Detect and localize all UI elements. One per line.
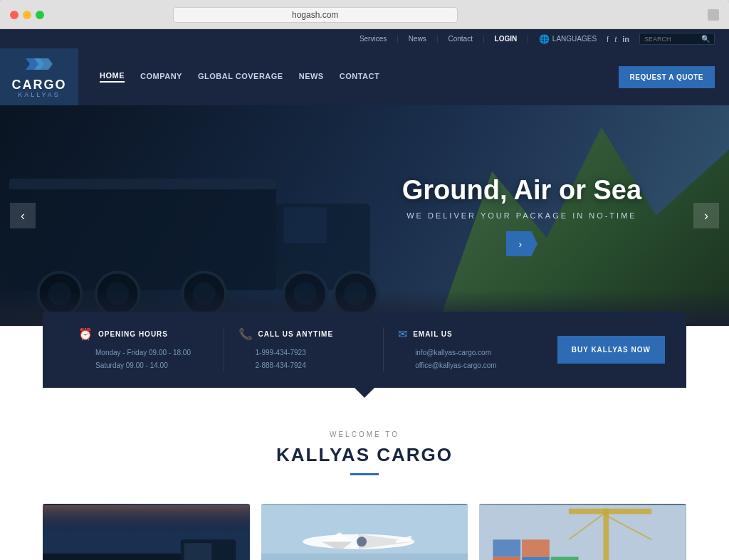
welcome-sub: WELCOME TO (14, 430, 715, 438)
clock-icon: ⏰ (78, 327, 93, 341)
svg-rect-46 (522, 557, 550, 560)
carousel-next-button[interactable]: › (693, 203, 719, 228)
nav-home[interactable]: HOME (100, 71, 125, 83)
search-input[interactable] (644, 36, 701, 43)
card-truck-image (43, 504, 250, 560)
close-button[interactable] (10, 11, 19, 19)
logo-icon (26, 56, 53, 75)
nav-global-coverage[interactable]: GLOBAL COVERAGE (198, 72, 283, 82)
utility-link-contact[interactable]: Contact (448, 35, 472, 43)
hero-section: Ground, Air or Sea WE DELIVER YOUR PACKA… (0, 105, 729, 326)
info-email: ✉ EMAIL US info@kallyas-cargo.com office… (384, 327, 543, 372)
nav-company[interactable]: COMPANY (140, 72, 182, 82)
svg-rect-24 (184, 543, 212, 560)
hero-arrow-button[interactable]: › (506, 231, 537, 257)
card-truck[interactable] (43, 504, 250, 560)
url-bar[interactable]: hogash.com (173, 7, 458, 23)
cards-section (0, 504, 729, 560)
info-email-line2: office@kallyas-cargo.com (398, 359, 529, 372)
card-crane-image (479, 504, 686, 560)
utility-login[interactable]: LOGIN (495, 35, 518, 43)
utility-bar: Services | News | Contact | LOGIN | 🌐 LA… (0, 29, 729, 48)
email-icon: ✉ (398, 327, 407, 341)
arrow-icon: › (519, 238, 523, 250)
utility-link-services[interactable]: Services (360, 35, 387, 43)
info-phone: 📞 CALL US ANYTIME 1-999-434-7923 2-888-4… (224, 327, 384, 372)
utility-languages[interactable]: 🌐 LANGUAGES (539, 34, 597, 44)
hero-content: Ground, Air or Sea WE DELIVER YOUR PACKA… (402, 175, 641, 257)
logo[interactable]: CARGO KALLYAS (0, 48, 78, 105)
buy-now-button[interactable]: BUY KALLYAS NOW (557, 336, 665, 364)
svg-rect-42 (569, 509, 651, 514)
info-hours: ⏰ OPENING HOURS Monday - Friday 09.00 - … (64, 327, 224, 372)
welcome-title: KALLYAS CARGO (14, 444, 715, 466)
svg-rect-5 (283, 207, 327, 243)
hero-title: Ground, Air or Sea (402, 175, 641, 206)
browser-chrome: hogash.com (0, 0, 729, 29)
facebook-icon[interactable]: f (607, 35, 609, 43)
svg-rect-48 (493, 539, 521, 556)
browser-action[interactable] (708, 9, 719, 21)
search-bar[interactable]: 🔍 (639, 33, 715, 45)
svg-rect-47 (551, 557, 579, 560)
globe-icon: 🌐 (539, 34, 550, 44)
card-crane[interactable] (479, 504, 686, 560)
svg-rect-3 (9, 178, 276, 189)
nav-news[interactable]: NEWS (299, 72, 324, 82)
main-header: CARGO KALLYAS HOME COMPANY GLOBAL COVERA… (0, 48, 729, 105)
svg-rect-45 (493, 557, 521, 560)
phone-icon: 📞 (238, 327, 253, 341)
search-icon[interactable]: 🔍 (701, 35, 710, 43)
card-plane[interactable] (261, 504, 468, 560)
svg-point-38 (357, 537, 367, 546)
welcome-section: WELCOME TO KALLYAS CARGO (0, 402, 729, 504)
info-strip: ⏰ OPENING HOURS Monday - Friday 09.00 - … (43, 312, 686, 388)
info-email-line1: info@kallyas-cargo.com (398, 347, 529, 359)
linkedin-icon[interactable]: in (622, 35, 629, 43)
hero-subtitle: WE DELIVER YOUR PACKAGE IN NO-TIME (402, 211, 641, 220)
info-hours-line2: Saturday 09.00 - 14.00 (78, 359, 209, 372)
minimize-button[interactable] (23, 11, 31, 19)
main-nav: HOME COMPANY GLOBAL COVERAGE NEWS CONTAC… (100, 66, 715, 88)
info-phone-line1: 1-999-434-7923 (238, 347, 369, 359)
request-quote-button[interactable]: REQUEST A QUOTE (619, 66, 715, 88)
card-plane-image (261, 504, 468, 560)
info-email-label: EMAIL US (413, 330, 453, 338)
carousel-prev-button[interactable]: ‹ (10, 203, 36, 228)
browser-window: hogash.com Services | News | Contact | L… (0, 0, 729, 560)
twitter-icon[interactable]: t (614, 35, 617, 43)
logo-text: CARGO (12, 78, 67, 91)
info-phone-label: CALL US ANYTIME (258, 330, 334, 338)
window-controls (10, 11, 44, 19)
utility-link-news[interactable]: News (409, 35, 426, 43)
svg-rect-29 (43, 505, 250, 533)
logo-sub: KALLYAS (18, 91, 61, 98)
info-phone-line2: 2-888-434-7924 (238, 359, 369, 372)
social-links: f t in (607, 35, 629, 43)
svg-rect-22 (43, 554, 181, 560)
nav-contact[interactable]: CONTACT (340, 72, 379, 82)
info-hours-line1: Monday - Friday 09.00 - 18.00 (78, 347, 209, 359)
info-hours-label: OPENING HOURS (98, 330, 168, 338)
maximize-button[interactable] (36, 11, 44, 19)
svg-rect-49 (522, 539, 550, 556)
welcome-divider (350, 473, 379, 475)
